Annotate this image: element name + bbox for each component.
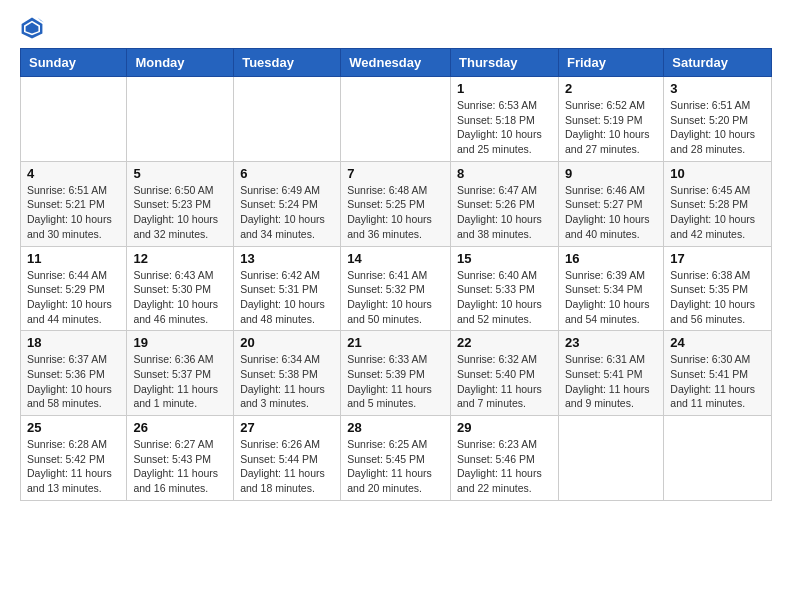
day-number: 29 — [457, 420, 552, 435]
page: SundayMondayTuesdayWednesdayThursdayFrid… — [0, 0, 792, 511]
day-number: 1 — [457, 81, 552, 96]
day-number: 8 — [457, 166, 552, 181]
day-info: Sunrise: 6:25 AM Sunset: 5:45 PM Dayligh… — [347, 437, 444, 496]
day-cell: 4Sunrise: 6:51 AM Sunset: 5:21 PM Daylig… — [21, 161, 127, 246]
day-cell — [341, 77, 451, 162]
day-info: Sunrise: 6:40 AM Sunset: 5:33 PM Dayligh… — [457, 268, 552, 327]
day-cell: 3Sunrise: 6:51 AM Sunset: 5:20 PM Daylig… — [664, 77, 772, 162]
day-number: 12 — [133, 251, 227, 266]
day-info: Sunrise: 6:47 AM Sunset: 5:26 PM Dayligh… — [457, 183, 552, 242]
day-cell: 7Sunrise: 6:48 AM Sunset: 5:25 PM Daylig… — [341, 161, 451, 246]
day-cell: 15Sunrise: 6:40 AM Sunset: 5:33 PM Dayli… — [451, 246, 559, 331]
header-row: SundayMondayTuesdayWednesdayThursdayFrid… — [21, 49, 772, 77]
day-number: 15 — [457, 251, 552, 266]
day-cell: 16Sunrise: 6:39 AM Sunset: 5:34 PM Dayli… — [558, 246, 663, 331]
day-cell: 26Sunrise: 6:27 AM Sunset: 5:43 PM Dayli… — [127, 416, 234, 501]
day-cell: 20Sunrise: 6:34 AM Sunset: 5:38 PM Dayli… — [234, 331, 341, 416]
day-info: Sunrise: 6:49 AM Sunset: 5:24 PM Dayligh… — [240, 183, 334, 242]
day-cell: 5Sunrise: 6:50 AM Sunset: 5:23 PM Daylig… — [127, 161, 234, 246]
day-number: 18 — [27, 335, 120, 350]
day-number: 22 — [457, 335, 552, 350]
week-row-1: 4Sunrise: 6:51 AM Sunset: 5:21 PM Daylig… — [21, 161, 772, 246]
day-info: Sunrise: 6:42 AM Sunset: 5:31 PM Dayligh… — [240, 268, 334, 327]
day-number: 21 — [347, 335, 444, 350]
calendar-table: SundayMondayTuesdayWednesdayThursdayFrid… — [20, 48, 772, 501]
day-cell: 24Sunrise: 6:30 AM Sunset: 5:41 PM Dayli… — [664, 331, 772, 416]
day-cell: 2Sunrise: 6:52 AM Sunset: 5:19 PM Daylig… — [558, 77, 663, 162]
day-number: 27 — [240, 420, 334, 435]
day-number: 10 — [670, 166, 765, 181]
day-number: 17 — [670, 251, 765, 266]
week-row-2: 11Sunrise: 6:44 AM Sunset: 5:29 PM Dayli… — [21, 246, 772, 331]
day-number: 6 — [240, 166, 334, 181]
day-info: Sunrise: 6:33 AM Sunset: 5:39 PM Dayligh… — [347, 352, 444, 411]
day-info: Sunrise: 6:52 AM Sunset: 5:19 PM Dayligh… — [565, 98, 657, 157]
day-info: Sunrise: 6:26 AM Sunset: 5:44 PM Dayligh… — [240, 437, 334, 496]
day-cell: 25Sunrise: 6:28 AM Sunset: 5:42 PM Dayli… — [21, 416, 127, 501]
day-header-saturday: Saturday — [664, 49, 772, 77]
week-row-0: 1Sunrise: 6:53 AM Sunset: 5:18 PM Daylig… — [21, 77, 772, 162]
logo-icon — [20, 16, 44, 40]
calendar-header: SundayMondayTuesdayWednesdayThursdayFrid… — [21, 49, 772, 77]
day-header-thursday: Thursday — [451, 49, 559, 77]
day-number: 7 — [347, 166, 444, 181]
day-number: 4 — [27, 166, 120, 181]
day-info: Sunrise: 6:43 AM Sunset: 5:30 PM Dayligh… — [133, 268, 227, 327]
day-number: 5 — [133, 166, 227, 181]
day-number: 28 — [347, 420, 444, 435]
day-info: Sunrise: 6:53 AM Sunset: 5:18 PM Dayligh… — [457, 98, 552, 157]
day-number: 2 — [565, 81, 657, 96]
day-header-tuesday: Tuesday — [234, 49, 341, 77]
day-cell: 13Sunrise: 6:42 AM Sunset: 5:31 PM Dayli… — [234, 246, 341, 331]
day-number: 14 — [347, 251, 444, 266]
day-header-wednesday: Wednesday — [341, 49, 451, 77]
day-info: Sunrise: 6:34 AM Sunset: 5:38 PM Dayligh… — [240, 352, 334, 411]
day-info: Sunrise: 6:28 AM Sunset: 5:42 PM Dayligh… — [27, 437, 120, 496]
day-cell: 19Sunrise: 6:36 AM Sunset: 5:37 PM Dayli… — [127, 331, 234, 416]
day-info: Sunrise: 6:41 AM Sunset: 5:32 PM Dayligh… — [347, 268, 444, 327]
day-number: 13 — [240, 251, 334, 266]
day-number: 26 — [133, 420, 227, 435]
day-cell — [234, 77, 341, 162]
logo — [20, 16, 48, 40]
day-info: Sunrise: 6:31 AM Sunset: 5:41 PM Dayligh… — [565, 352, 657, 411]
day-info: Sunrise: 6:37 AM Sunset: 5:36 PM Dayligh… — [27, 352, 120, 411]
day-info: Sunrise: 6:44 AM Sunset: 5:29 PM Dayligh… — [27, 268, 120, 327]
day-cell: 8Sunrise: 6:47 AM Sunset: 5:26 PM Daylig… — [451, 161, 559, 246]
day-info: Sunrise: 6:45 AM Sunset: 5:28 PM Dayligh… — [670, 183, 765, 242]
day-header-sunday: Sunday — [21, 49, 127, 77]
day-cell: 29Sunrise: 6:23 AM Sunset: 5:46 PM Dayli… — [451, 416, 559, 501]
day-info: Sunrise: 6:51 AM Sunset: 5:21 PM Dayligh… — [27, 183, 120, 242]
day-cell: 11Sunrise: 6:44 AM Sunset: 5:29 PM Dayli… — [21, 246, 127, 331]
day-cell: 22Sunrise: 6:32 AM Sunset: 5:40 PM Dayli… — [451, 331, 559, 416]
day-number: 20 — [240, 335, 334, 350]
day-cell: 6Sunrise: 6:49 AM Sunset: 5:24 PM Daylig… — [234, 161, 341, 246]
day-number: 24 — [670, 335, 765, 350]
day-cell — [21, 77, 127, 162]
day-cell: 23Sunrise: 6:31 AM Sunset: 5:41 PM Dayli… — [558, 331, 663, 416]
day-header-friday: Friday — [558, 49, 663, 77]
calendar-body: 1Sunrise: 6:53 AM Sunset: 5:18 PM Daylig… — [21, 77, 772, 501]
week-row-3: 18Sunrise: 6:37 AM Sunset: 5:36 PM Dayli… — [21, 331, 772, 416]
day-cell: 18Sunrise: 6:37 AM Sunset: 5:36 PM Dayli… — [21, 331, 127, 416]
day-number: 9 — [565, 166, 657, 181]
day-info: Sunrise: 6:27 AM Sunset: 5:43 PM Dayligh… — [133, 437, 227, 496]
day-info: Sunrise: 6:38 AM Sunset: 5:35 PM Dayligh… — [670, 268, 765, 327]
day-info: Sunrise: 6:30 AM Sunset: 5:41 PM Dayligh… — [670, 352, 765, 411]
day-number: 11 — [27, 251, 120, 266]
day-cell — [664, 416, 772, 501]
day-number: 16 — [565, 251, 657, 266]
header — [20, 16, 772, 40]
day-cell: 10Sunrise: 6:45 AM Sunset: 5:28 PM Dayli… — [664, 161, 772, 246]
day-info: Sunrise: 6:36 AM Sunset: 5:37 PM Dayligh… — [133, 352, 227, 411]
day-number: 3 — [670, 81, 765, 96]
day-cell: 9Sunrise: 6:46 AM Sunset: 5:27 PM Daylig… — [558, 161, 663, 246]
day-cell: 17Sunrise: 6:38 AM Sunset: 5:35 PM Dayli… — [664, 246, 772, 331]
day-cell — [127, 77, 234, 162]
day-info: Sunrise: 6:48 AM Sunset: 5:25 PM Dayligh… — [347, 183, 444, 242]
day-info: Sunrise: 6:46 AM Sunset: 5:27 PM Dayligh… — [565, 183, 657, 242]
day-number: 25 — [27, 420, 120, 435]
day-cell: 1Sunrise: 6:53 AM Sunset: 5:18 PM Daylig… — [451, 77, 559, 162]
day-info: Sunrise: 6:39 AM Sunset: 5:34 PM Dayligh… — [565, 268, 657, 327]
day-cell: 14Sunrise: 6:41 AM Sunset: 5:32 PM Dayli… — [341, 246, 451, 331]
